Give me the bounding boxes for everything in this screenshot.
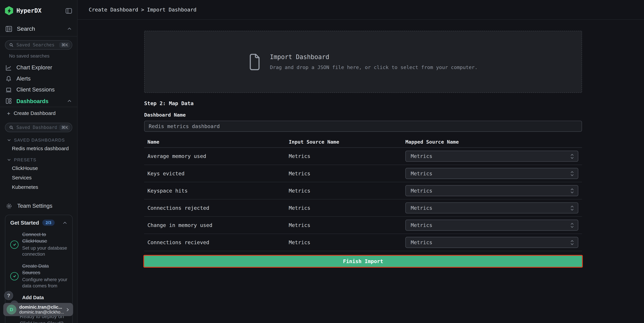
column-header-mapped-source: Mapped Source Name [406, 139, 582, 145]
group-label: SAVED DASHBOARDS [14, 138, 65, 142]
sidebar-collapse-icon[interactable] [65, 7, 72, 14]
chevron-up-icon [67, 99, 72, 103]
gear-icon [6, 203, 12, 209]
dropzone-text: Import Dashboard Drag and drop a JSON fi… [270, 53, 478, 70]
logo-row: HyperDX [0, 0, 77, 21]
profile-name: dominic.tran@clic... [19, 305, 62, 310]
check-circle-icon [10, 272, 18, 280]
preset-item-clickhouse[interactable]: ClickHouse [0, 165, 77, 172]
main-area: Create Dashboard > Import Dashboard Impo… [78, 0, 644, 323]
user-profile[interactable]: D dominic.tran@clic... dominic.tran@clic… [3, 303, 73, 316]
sidebar-item-label: Alerts [16, 76, 30, 82]
table-header: Name Input Source Name Mapped Source Nam… [144, 139, 582, 148]
row-name: Keyspace hits [148, 188, 289, 194]
mapped-source-select[interactable]: Metrics [406, 220, 578, 231]
row-name: Connections recieved [148, 239, 289, 245]
table-row: Change in memory used Metrics Metrics [144, 217, 582, 234]
table-row: Average memory used Metrics Metrics [144, 148, 582, 165]
hyperdx-logo-icon [5, 6, 13, 15]
saved-searches-search[interactable]: ⌘K [5, 40, 72, 50]
team-settings-label: Team Settings [17, 203, 52, 209]
get-started-item-desc: Configure where your data comes from [22, 277, 67, 289]
file-icon [248, 53, 261, 70]
mapped-source-select[interactable]: Metrics [406, 168, 578, 179]
row-name: Average memory used [148, 153, 289, 159]
chevron-up-icon [62, 220, 67, 225]
breadcrumb: Create Dashboard > Import Dashboard [89, 6, 196, 13]
selected-value: Metrics [411, 153, 432, 159]
dashboard-name-input[interactable] [144, 121, 582, 132]
preset-item-kubernetes[interactable]: Kubernetes [0, 184, 77, 191]
selected-value: Metrics [411, 239, 432, 245]
row-input-source: Metrics [289, 153, 406, 159]
select-chevrons-icon [570, 170, 574, 177]
mapped-source-select[interactable]: Metrics [406, 237, 578, 248]
get-started-header[interactable]: Get Started 2/3 [10, 220, 67, 226]
dropzone-title: Import Dashboard [270, 53, 478, 61]
chevron-up-icon [67, 26, 72, 31]
preset-item-services[interactable]: Services [0, 175, 77, 181]
plus-icon: + [7, 110, 10, 116]
step-heading: Step 2: Map Data [144, 100, 582, 106]
sidebar-item-client-sessions[interactable]: Client Sessions [0, 84, 77, 95]
selected-value: Metrics [411, 222, 432, 228]
saved-dashboard-item[interactable]: Redis metrics dashboard [0, 145, 77, 152]
sidebar-nav: Chart Explorer Alerts Client Sessions Da… [0, 62, 77, 107]
chart-line-icon [6, 64, 12, 71]
mapped-source-select[interactable]: Metrics [406, 151, 578, 162]
row-name: Keys evicted [148, 170, 289, 176]
saved-dashboards-search[interactable]: ⌘K [5, 123, 72, 132]
select-chevrons-icon [570, 153, 574, 159]
row-input-source: Metrics [289, 222, 406, 228]
select-chevrons-icon [570, 222, 574, 229]
table-row: Connections recieved Metrics Metrics [144, 234, 582, 251]
table-row: Connections rejected Metrics Metrics [144, 199, 582, 217]
bell-icon [6, 75, 12, 82]
row-input-source: Metrics [289, 239, 406, 245]
dashboards-grid-icon [6, 98, 12, 104]
column-header-input-source: Input Source Name [289, 139, 406, 145]
selected-value: Metrics [411, 188, 432, 194]
row-input-source: Metrics [289, 205, 406, 211]
row-name: Change in memory used [148, 222, 289, 228]
get-started-item-title: Create Data Sources [22, 263, 67, 276]
get-started-item-sources[interactable]: Create Data Sources Configure where your… [10, 263, 67, 289]
create-dashboard-button[interactable]: + Create Dashboard [0, 107, 77, 119]
mapping-table: Name Input Source Name Mapped Source Nam… [144, 139, 582, 251]
select-chevrons-icon [570, 187, 574, 194]
avatar: D [6, 305, 16, 315]
sidebar: HyperDX Search ⌘K No saved searches [0, 0, 78, 323]
finish-import-button[interactable]: Finish Import [144, 256, 582, 267]
sidebar-section-search[interactable]: Search [0, 21, 77, 36]
saved-dashboards-input[interactable] [16, 125, 57, 130]
create-dashboard-label: Create Dashboard [14, 110, 56, 116]
app-window: HyperDX Search ⌘K No saved searches [0, 0, 644, 323]
breadcrumb-create-dashboard[interactable]: Create Dashboard [89, 6, 138, 13]
table-row: Keys evicted Metrics Metrics [144, 165, 582, 182]
json-dropzone[interactable]: Import Dashboard Drag and drop a JSON fi… [144, 31, 582, 93]
selected-value: Metrics [411, 205, 432, 211]
get-started-item-connect[interactable]: Connect to ClickHouse Set up your databa… [10, 232, 67, 257]
row-name: Connections rejected [148, 205, 289, 211]
sidebar-item-chart-explorer[interactable]: Chart Explorer [0, 62, 77, 73]
mapped-source-select[interactable]: Metrics [406, 185, 578, 196]
help-button[interactable]: ? [4, 291, 13, 300]
group-label: PRESETS [14, 157, 36, 162]
dashboard-name-label: Dashboard Name [144, 112, 582, 118]
mapped-source-select[interactable]: Metrics [406, 202, 578, 214]
footer-line: ClickHouse Cloud? [20, 320, 64, 323]
laptop-icon [6, 86, 12, 93]
selected-value: Metrics [411, 170, 432, 176]
search-section-label: Search [17, 25, 35, 32]
search-icon [9, 125, 14, 130]
breadcrumb-separator: > [141, 6, 144, 13]
search-icon [9, 42, 14, 47]
team-settings-button[interactable]: Team Settings [0, 200, 77, 211]
presets-group-header[interactable]: PRESETS [0, 157, 77, 162]
app-title: HyperDX [16, 7, 62, 14]
saved-dashboards-group-header[interactable]: SAVED DASHBOARDS [0, 138, 77, 142]
row-input-source: Metrics [289, 188, 406, 194]
sidebar-item-alerts[interactable]: Alerts [0, 73, 77, 84]
sidebar-section-dashboards[interactable]: Dashboards [0, 95, 77, 107]
saved-searches-input[interactable] [16, 42, 57, 48]
